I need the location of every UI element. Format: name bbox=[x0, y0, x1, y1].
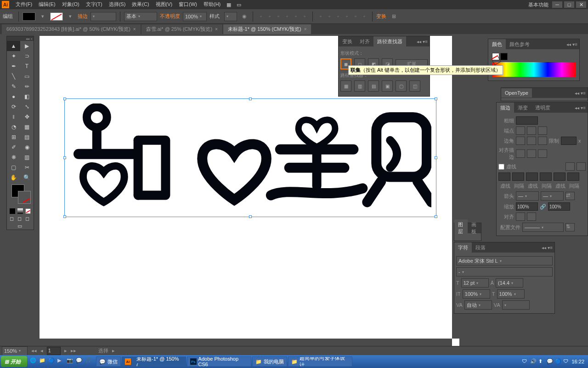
arrow-align-1-icon[interactable] bbox=[516, 213, 525, 221]
cap-butt-icon[interactable] bbox=[516, 126, 525, 135]
draw-inside-icon[interactable]: ◻ bbox=[25, 216, 31, 221]
font-style-dropdown[interactable]: - bbox=[456, 267, 553, 276]
pathfinder-tab[interactable]: 路径查找器 bbox=[373, 36, 406, 47]
artboards-tab[interactable]: 画板 bbox=[468, 219, 481, 237]
dash-1-input[interactable] bbox=[498, 172, 510, 181]
stroke-tab[interactable]: 描边 bbox=[497, 103, 514, 113]
tray-icon-4[interactable]: 💬 bbox=[547, 358, 553, 365]
handle-br[interactable] bbox=[435, 215, 437, 218]
handle-tm[interactable] bbox=[249, 98, 252, 100]
menu-view[interactable]: 视图(V) bbox=[153, 0, 175, 9]
ql-icon-1[interactable]: 🌐 bbox=[30, 357, 38, 366]
dash-align-1-icon[interactable] bbox=[565, 162, 575, 171]
brush-dropdown[interactable]: 基本 bbox=[124, 12, 157, 21]
align-center-icon[interactable] bbox=[516, 150, 525, 158]
doc-tab-2[interactable]: 森雪.ai* @ 25% (CMYK/预览)× bbox=[141, 24, 222, 34]
align-left-icon[interactable]: ▫ bbox=[257, 12, 265, 21]
arrow-align-2-icon[interactable] bbox=[527, 213, 536, 221]
align-top-icon[interactable]: ▫ bbox=[283, 12, 291, 21]
dist-2-icon[interactable]: ▫ bbox=[325, 12, 334, 21]
color-tab[interactable]: 颜色 bbox=[488, 39, 506, 50]
lasso-tool[interactable]: ⊃ bbox=[20, 51, 34, 61]
handle-tl[interactable] bbox=[63, 98, 66, 100]
corner-bevel-icon[interactable] bbox=[538, 137, 547, 145]
rotate-tool[interactable]: ⟳ bbox=[7, 102, 20, 112]
align-right-icon[interactable]: ▫ bbox=[274, 12, 283, 21]
swap-arrows-icon[interactable]: ⇄ bbox=[565, 192, 575, 200]
handle-ml[interactable] bbox=[63, 156, 66, 159]
style-dropdown[interactable] bbox=[224, 12, 237, 21]
handle-bm[interactable] bbox=[249, 215, 252, 218]
type-tool[interactable]: T bbox=[20, 61, 34, 71]
menu-help[interactable]: 帮助(H) bbox=[201, 0, 223, 9]
shape-builder-tool[interactable]: ◔ bbox=[7, 122, 20, 132]
tray-icon-2[interactable]: 🔊 bbox=[530, 358, 537, 365]
tray-icon-5[interactable]: 🔵 bbox=[555, 358, 561, 365]
dashed-checkbox[interactable] bbox=[498, 164, 504, 170]
menu-edit[interactable]: 编辑(E) bbox=[36, 0, 58, 9]
none-mode-icon[interactable] bbox=[25, 208, 31, 214]
limit-input[interactable] bbox=[561, 137, 577, 145]
selection-tool[interactable]: ▲ bbox=[7, 41, 20, 51]
doc-tab-1[interactable]: 6693037899232523843 [转换].ai* @ 50% (CMYK… bbox=[2, 24, 141, 34]
mesh-tool[interactable]: ⊞ bbox=[7, 132, 20, 142]
close-button[interactable]: ✕ bbox=[576, 1, 586, 8]
ql-icon-2[interactable]: 📁 bbox=[39, 357, 47, 366]
character-tab[interactable]: 字符 bbox=[454, 242, 472, 253]
pen-tool[interactable]: ✒ bbox=[7, 61, 20, 71]
draw-normal-icon[interactable]: ◻ bbox=[10, 216, 15, 221]
task-illustrator[interactable]: Ai未标题-1* @ 150% (... bbox=[122, 356, 186, 367]
cap-round-icon[interactable] bbox=[527, 126, 536, 135]
transform-icon[interactable]: ⊞ bbox=[389, 12, 398, 21]
ql-icon-3[interactable]: 🔵 bbox=[48, 357, 57, 366]
ql-icon-6[interactable]: 💬 bbox=[76, 357, 84, 366]
cap-square-icon[interactable] bbox=[538, 126, 547, 135]
bridge-icon[interactable]: ▦ bbox=[224, 0, 233, 9]
flip-icon[interactable]: ⇅ bbox=[565, 223, 575, 231]
fill-swatch[interactable] bbox=[23, 12, 35, 21]
direct-selection-tool[interactable]: ▶ bbox=[20, 41, 34, 51]
panel-menu-icon[interactable]: ◂◂ ▾≡ bbox=[573, 105, 588, 110]
rectangle-tool[interactable]: ▭ bbox=[20, 71, 34, 81]
dash-2-input[interactable] bbox=[526, 172, 538, 181]
color-spectrum[interactable] bbox=[492, 62, 576, 77]
blob-brush-tool[interactable]: ● bbox=[7, 92, 20, 102]
menu-select[interactable]: 选择(S) bbox=[106, 0, 129, 9]
font-family-dropdown[interactable]: Adobe 宋体 Std L bbox=[456, 256, 553, 265]
task-photoshop[interactable]: PsAdobe Photoshop CS6 bbox=[187, 356, 251, 367]
perspective-tool[interactable]: ▦ bbox=[20, 122, 34, 132]
stroke-dropdown-icon[interactable]: ▾ bbox=[66, 12, 75, 21]
layers-tab[interactable]: 图层 bbox=[454, 219, 468, 237]
vscale-dropdown[interactable]: 100% bbox=[463, 289, 490, 299]
close-tab-icon[interactable]: × bbox=[215, 27, 218, 32]
prev-artboard-icon[interactable]: ◂◂ bbox=[31, 348, 37, 354]
recolor-icon[interactable]: ◉ bbox=[240, 12, 249, 21]
scale-end-input[interactable] bbox=[548, 202, 570, 211]
task-wechat[interactable]: 💬微信 bbox=[96, 356, 121, 367]
kerning-dropdown[interactable]: 自动 bbox=[464, 300, 492, 310]
transparency-tab[interactable]: 透明度 bbox=[531, 103, 554, 113]
panel-menu-icon[interactable]: ◂◂ ▾≡ bbox=[415, 39, 430, 44]
panel-menu-icon[interactable]: ◂◂ ▾≡ bbox=[540, 245, 554, 250]
stroke-color[interactable] bbox=[18, 191, 31, 204]
pencil-tool[interactable]: ✏ bbox=[20, 81, 34, 92]
dist-1-icon[interactable]: ▫ bbox=[317, 12, 325, 21]
stroke-swatch[interactable] bbox=[50, 12, 63, 21]
artboard-tool[interactable]: ▢ bbox=[7, 162, 20, 172]
leading-dropdown[interactable]: (14.4 bbox=[496, 278, 523, 288]
artboard-number-input[interactable] bbox=[47, 347, 61, 355]
status-dropdown-icon[interactable]: ▸ bbox=[112, 348, 115, 354]
dash-3-input[interactable] bbox=[554, 172, 565, 181]
close-tab-icon[interactable]: × bbox=[133, 27, 136, 32]
gradient-mode-icon[interactable] bbox=[17, 208, 23, 214]
font-size-dropdown[interactable]: 12 pt bbox=[461, 278, 489, 288]
stroke-label[interactable]: 描边 bbox=[78, 13, 88, 20]
scale-start-input[interactable] bbox=[516, 202, 538, 211]
next-artboard-icon[interactable]: ▸▸ bbox=[71, 348, 76, 354]
divide-button[interactable]: ▦ bbox=[340, 80, 351, 92]
crop-button[interactable]: ▣ bbox=[382, 80, 393, 92]
corner-round-icon[interactable] bbox=[527, 137, 536, 145]
zoom-dropdown[interactable]: 150% bbox=[2, 346, 28, 356]
ql-icon-5[interactable]: 📷 bbox=[67, 357, 75, 366]
free-transform-tool[interactable]: ✥ bbox=[20, 112, 34, 122]
